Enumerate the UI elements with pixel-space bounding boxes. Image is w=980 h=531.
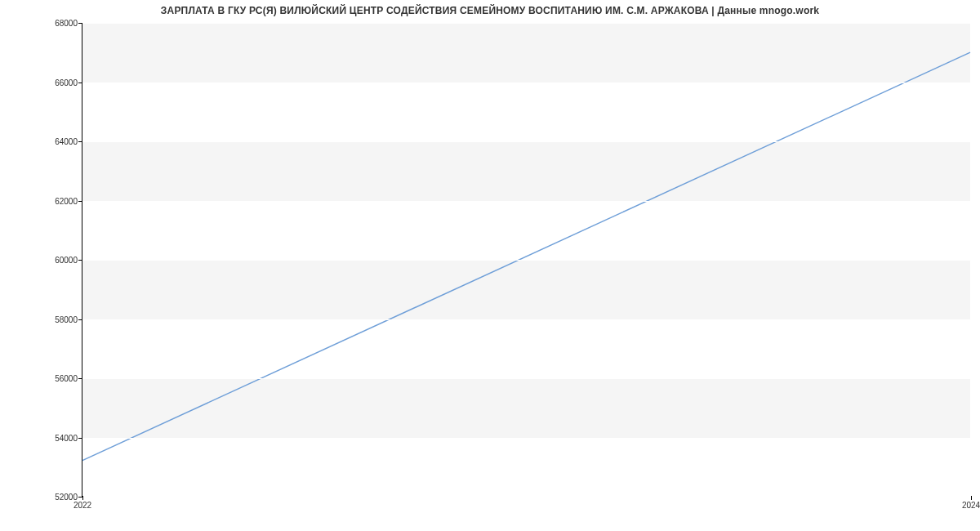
y-gridline: [82, 438, 970, 439]
y-tick-label: 60000: [55, 256, 78, 265]
series-line: [82, 52, 970, 460]
y-gridline: [82, 141, 970, 142]
y-gridline: [82, 319, 970, 320]
y-gridline: [82, 260, 970, 261]
x-tick-label: 2024: [962, 501, 980, 510]
x-tick-mark: [82, 496, 83, 500]
y-tick-label: 68000: [55, 19, 78, 28]
y-tick-label: 58000: [55, 315, 78, 324]
y-tick-label: 64000: [55, 137, 78, 146]
y-gridline: [82, 83, 970, 83]
y-gridline: [82, 23, 970, 24]
y-tick-label: 54000: [55, 433, 78, 442]
y-gridline: [82, 378, 970, 379]
chart-container: ЗАРПЛАТА В ГКУ РС(Я) ВИЛЮЙСКИЙ ЦЕНТР СОД…: [0, 0, 980, 531]
chart-title: ЗАРПЛАТА В ГКУ РС(Я) ВИЛЮЙСКИЙ ЦЕНТР СОД…: [0, 5, 980, 16]
y-tick-label: 66000: [55, 78, 78, 87]
plot-area: 5200054000560005800060000620006400066000…: [82, 23, 970, 497]
y-gridline: [82, 497, 970, 498]
y-tick-label: 52000: [55, 493, 78, 502]
y-tick-label: 56000: [55, 374, 78, 383]
x-tick-mark: [971, 496, 972, 500]
y-gridline: [82, 201, 970, 202]
x-tick-label: 2022: [74, 501, 91, 510]
y-tick-label: 62000: [55, 196, 78, 205]
